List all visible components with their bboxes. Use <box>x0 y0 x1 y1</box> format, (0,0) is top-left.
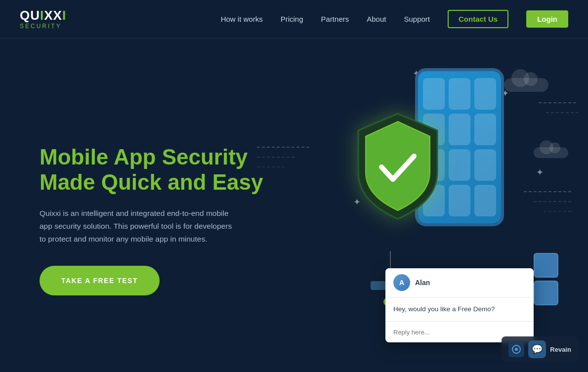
cloud-2 <box>534 147 568 158</box>
sparkle-5: ✦ <box>536 167 544 178</box>
nav-about[interactable]: About <box>367 15 386 23</box>
app-icon-8 <box>449 149 470 181</box>
revain-badge[interactable]: 💬 Revain <box>502 336 578 362</box>
nav-pricing[interactable]: Pricing <box>281 15 303 23</box>
shield-illustration <box>346 108 450 228</box>
app-icon-2 <box>449 78 470 110</box>
nav-how-it-works[interactable]: How it works <box>221 15 263 23</box>
box-small-1 <box>534 253 558 278</box>
chat-agent-name: Alan <box>415 279 430 287</box>
chat-bubble-icon: 💬 <box>528 340 546 358</box>
nav-links: How it works Pricing Partners About Supp… <box>221 15 568 24</box>
hero-section: Mobile App Security Made Quick and Easy … <box>0 39 588 372</box>
hero-title: Mobile App Security Made Quick and Easy <box>40 145 277 195</box>
hero-content: Mobile App Security Made Quick and Easy … <box>40 145 277 295</box>
app-icon-11 <box>449 185 470 216</box>
nav-partners[interactable]: Partners <box>321 15 349 23</box>
nav-support[interactable]: Support <box>404 15 430 23</box>
app-icon-5 <box>449 114 470 145</box>
app-icon-3 <box>474 78 496 110</box>
app-icon-6 <box>474 114 496 145</box>
cta-button[interactable]: TAKE A FREE TEST <box>40 266 160 295</box>
logo-sub: Security <box>20 23 62 30</box>
chat-input[interactable] <box>393 329 526 336</box>
hero-description: Quixxi is an intelligent and integrated … <box>40 207 237 246</box>
chat-avatar: A <box>393 274 410 291</box>
navbar: QUIXXI Security How it works Pricing Par… <box>0 0 588 39</box>
revain-icon <box>508 341 524 357</box>
revain-label: Revain <box>550 346 571 353</box>
app-icon-9 <box>474 149 496 181</box>
cloud-1 <box>504 78 548 92</box>
shield-svg <box>346 108 450 226</box>
box-small-2 <box>534 281 558 305</box>
app-icon-12 <box>474 185 496 216</box>
nav-login[interactable]: Login <box>526 10 568 28</box>
logo: QUIXXI Security <box>20 9 66 30</box>
nav-contact-us[interactable]: Contact Us <box>448 10 508 28</box>
app-icon-1 <box>423 78 445 110</box>
chat-message: Hey, would you like a Free Demo? <box>385 297 534 321</box>
chat-header: A Alan <box>385 268 534 297</box>
chat-widget: A Alan Hey, would you like a Free Demo? <box>385 268 534 342</box>
logo-brand: QUIXXI <box>20 9 66 22</box>
revain-logo-svg <box>511 344 521 354</box>
svg-point-18 <box>515 348 518 351</box>
